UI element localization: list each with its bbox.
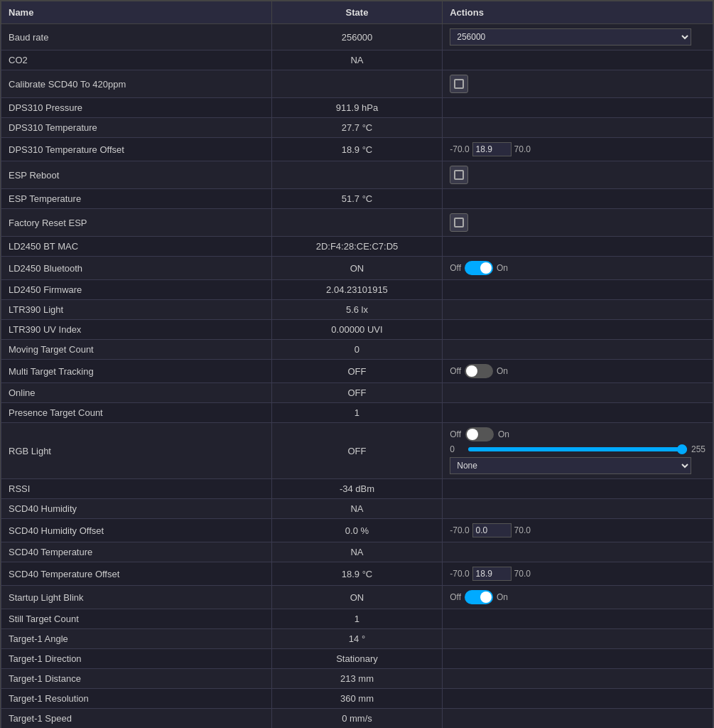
row-actions-cell bbox=[443, 629, 713, 649]
offset-container: -70.070.0 bbox=[450, 142, 705, 156]
row-name-cell: Still Target Count bbox=[1, 609, 272, 629]
table-row: SCD40 HumidityNA bbox=[1, 499, 713, 519]
row-actions-cell bbox=[443, 340, 713, 360]
offset-min-label: -70.0 bbox=[450, 525, 469, 535]
toggle-off-label: Off bbox=[450, 592, 461, 602]
offset-container: -70.070.0 bbox=[450, 523, 705, 537]
row-state-cell: 2D:F4:28:CE:C7:D5 bbox=[271, 237, 442, 257]
button-icon bbox=[454, 218, 464, 228]
action-button[interactable] bbox=[450, 213, 468, 232]
toggle-switch[interactable] bbox=[465, 364, 493, 378]
table-row: LD2450 Firmware2.04.23101915 bbox=[1, 280, 713, 300]
row-actions-cell bbox=[443, 161, 713, 189]
baud-rate-select[interactable]: 2560001152009600 bbox=[450, 28, 691, 46]
row-name-cell: LD2450 Bluetooth bbox=[1, 257, 272, 280]
row-state-cell: 360 mm bbox=[271, 689, 442, 709]
row-actions-cell bbox=[443, 479, 713, 499]
rgb-actions-container: OffOn0255NoneRedGreenBlueWhiteRainbow bbox=[450, 427, 705, 474]
row-actions-cell bbox=[443, 320, 713, 340]
rgb-slider-max-label: 255 bbox=[691, 444, 705, 454]
row-state-cell: 14 ° bbox=[271, 629, 442, 649]
table-row: Startup Light BlinkONOffOn bbox=[1, 586, 713, 609]
row-name-cell: Target-1 Direction bbox=[1, 649, 272, 669]
rgb-toggle-switch[interactable] bbox=[465, 427, 494, 441]
header-state: State bbox=[271, 1, 442, 24]
row-name-cell: SCD40 Humidity Offset bbox=[1, 519, 272, 542]
table-row: OnlineOFF bbox=[1, 383, 713, 403]
rgb-brightness-slider[interactable] bbox=[468, 447, 687, 451]
action-button[interactable] bbox=[450, 75, 468, 93]
row-name-cell: LTR390 Light bbox=[1, 300, 272, 320]
toggle-off-label: Off bbox=[450, 366, 461, 376]
table-row: SCD40 Temperature Offset18.9 °C-70.070.0 bbox=[1, 562, 713, 586]
row-name-cell: Startup Light Blink bbox=[1, 586, 272, 609]
action-button[interactable] bbox=[450, 166, 468, 184]
toggle-on-label: On bbox=[497, 366, 508, 376]
rgb-toggle-row: OffOn bbox=[450, 427, 705, 441]
toggle-container: OffOn bbox=[450, 590, 508, 604]
row-actions-cell bbox=[443, 403, 713, 423]
table-row: Presence Target Count1 bbox=[1, 403, 713, 423]
header-name: Name bbox=[1, 1, 272, 24]
table-row: LTR390 Light5.6 lx bbox=[1, 300, 713, 320]
row-name-cell: LD2450 BT MAC bbox=[1, 237, 272, 257]
row-name-cell: Target-1 Resolution bbox=[1, 689, 272, 709]
rgb-toggle-off-label: Off bbox=[450, 429, 461, 439]
row-actions-cell bbox=[443, 609, 713, 629]
row-state-cell: -34 dBm bbox=[271, 479, 442, 499]
toggle-slider bbox=[465, 261, 493, 275]
table-row: Target-1 Angle14 ° bbox=[1, 629, 713, 649]
table-row: Target-1 Resolution360 mm bbox=[1, 689, 713, 709]
toggle-switch[interactable] bbox=[465, 261, 493, 275]
data-table: Name State Actions Baud rate256000256000… bbox=[1, 1, 713, 728]
offset-max-label: 70.0 bbox=[514, 569, 531, 579]
table-row: CO2NA bbox=[1, 50, 713, 70]
table-row: Target-1 Distance213 mm bbox=[1, 669, 713, 689]
row-state-cell: OFF bbox=[271, 383, 442, 403]
row-state-cell: 911.9 hPa bbox=[271, 98, 442, 118]
row-actions-cell bbox=[443, 649, 713, 669]
row-state-cell: ON bbox=[271, 586, 442, 609]
row-actions-cell: OffOn bbox=[443, 586, 713, 609]
table-row: Moving Target Count0 bbox=[1, 340, 713, 360]
table-row: LD2450 BT MAC2D:F4:28:CE:C7:D5 bbox=[1, 237, 713, 257]
row-actions-cell: 2560001152009600 bbox=[443, 24, 713, 50]
row-name-cell: Moving Target Count bbox=[1, 340, 272, 360]
table-row: Still Target Count1 bbox=[1, 609, 713, 629]
offset-max-label: 70.0 bbox=[514, 525, 531, 535]
row-name-cell: ESP Reboot bbox=[1, 161, 272, 189]
row-name-cell: Target-1 Distance bbox=[1, 669, 272, 689]
row-state-cell bbox=[271, 161, 442, 189]
toggle-off-label: Off bbox=[450, 263, 461, 273]
row-name-cell: Calibrate SCD40 To 420ppm bbox=[1, 70, 272, 98]
row-state-cell: NA bbox=[271, 50, 442, 70]
row-actions-cell: -70.070.0 bbox=[443, 562, 713, 586]
row-actions-cell bbox=[443, 50, 713, 70]
row-state-cell: 1 bbox=[271, 609, 442, 629]
offset-input[interactable] bbox=[472, 567, 512, 581]
row-name-cell: LD2450 Firmware bbox=[1, 280, 272, 300]
row-state-cell: OFF bbox=[271, 423, 442, 479]
table-row: Target-1 DirectionStationary bbox=[1, 649, 713, 669]
row-name-cell: RSSI bbox=[1, 479, 272, 499]
row-name-cell: SCD40 Temperature Offset bbox=[1, 562, 272, 586]
offset-input[interactable] bbox=[472, 523, 512, 537]
row-actions-cell bbox=[443, 542, 713, 562]
row-state-cell: 2.04.23101915 bbox=[271, 280, 442, 300]
offset-input[interactable] bbox=[472, 142, 512, 156]
header-actions: Actions bbox=[443, 1, 713, 24]
row-actions-cell: OffOn bbox=[443, 360, 713, 383]
row-name-cell: ESP Temperature bbox=[1, 189, 272, 209]
table-row: LD2450 BluetoothONOffOn bbox=[1, 257, 713, 280]
row-state-cell: ON bbox=[271, 257, 442, 280]
row-actions-cell bbox=[443, 118, 713, 138]
rgb-toggle-on-label: On bbox=[498, 429, 509, 439]
row-state-cell: 18.9 °C bbox=[271, 138, 442, 161]
toggle-container: OffOn bbox=[450, 364, 508, 378]
row-name-cell: CO2 bbox=[1, 50, 272, 70]
row-actions-cell bbox=[443, 669, 713, 689]
row-state-cell: 0 mm/s bbox=[271, 709, 442, 729]
table-row: ESP Reboot bbox=[1, 161, 713, 189]
rgb-effect-select[interactable]: NoneRedGreenBlueWhiteRainbow bbox=[450, 457, 691, 474]
toggle-switch[interactable] bbox=[465, 590, 493, 604]
